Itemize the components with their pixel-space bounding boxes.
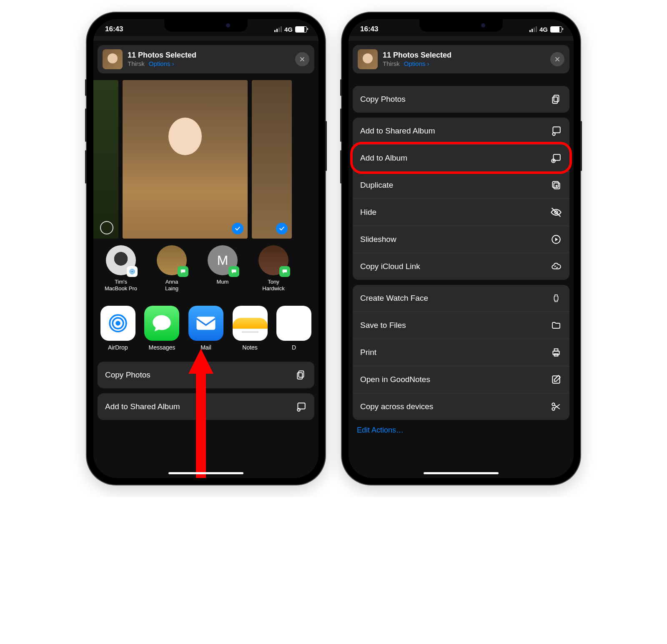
phone-left: 16:43 4G 11 Photos Selected Thirsk Optio…: [87, 13, 325, 485]
action-label: Add to Album: [360, 153, 407, 163]
messages-badge-icon: [279, 266, 290, 277]
svg-rect-17: [553, 127, 560, 133]
action-label: Open in GoodNotes: [360, 375, 430, 384]
action-label: Save to Files: [360, 321, 406, 330]
link-cloud-icon: [550, 261, 562, 272]
header-title: 11 Photos Selected: [383, 51, 545, 60]
contact-label: Tony Hardwick: [262, 279, 284, 292]
action-copy_photos[interactable]: Copy Photos: [353, 86, 569, 113]
contact-tims-mac[interactable]: Tim's MacBook Pro: [100, 245, 142, 292]
home-indicator[interactable]: [424, 472, 499, 474]
header-location: Thirsk: [128, 60, 145, 68]
action-icloud_link[interactable]: Copy iCloud Link: [353, 253, 569, 280]
scissors-icon: [550, 401, 562, 413]
messages-icon: [151, 312, 173, 334]
app-drive[interactable]: D: [276, 306, 312, 351]
app-airdrop[interactable]: AirDrop: [100, 306, 136, 351]
signal-icon: [529, 26, 537, 32]
network-label: 4G: [539, 26, 548, 33]
action-add_album[interactable]: Add to Album: [353, 144, 569, 171]
action-copy-photos[interactable]: Copy Photos: [98, 362, 314, 388]
action-slideshow[interactable]: Slideshow: [353, 226, 569, 253]
contact-label: Anna Laing: [165, 279, 178, 292]
app-mail[interactable]: Mail: [188, 306, 224, 351]
selection-circle-icon[interactable]: [100, 221, 113, 234]
app-messages[interactable]: Messages: [144, 306, 180, 351]
svg-rect-12: [298, 403, 305, 409]
action-duplicate[interactable]: Duplicate: [353, 171, 569, 199]
app-label: D: [292, 344, 296, 351]
action-watch_face[interactable]: Create Watch Face: [353, 285, 569, 312]
app-label: Messages: [148, 344, 175, 351]
action-goodnotes[interactable]: Open in GoodNotes: [353, 366, 569, 393]
app-label: Notes: [242, 344, 258, 351]
watch-icon: [550, 292, 562, 304]
folder-icon: [550, 319, 562, 331]
action-hide[interactable]: Hide: [353, 199, 569, 226]
action-label: Add to Shared Album: [360, 126, 435, 136]
photo-thumb-3[interactable]: [252, 80, 292, 239]
action-label: Copy iCloud Link: [360, 262, 420, 271]
contact-tony[interactable]: Tony Hardwick: [253, 245, 294, 292]
close-icon: [554, 56, 560, 62]
airdrop-badge-icon: [127, 266, 138, 277]
action-label: Duplicate: [360, 181, 393, 190]
edit-actions-link[interactable]: Edit Actions…: [349, 420, 574, 440]
notes-icon: [233, 318, 268, 329]
svg-rect-6: [196, 317, 215, 330]
action-label: Copy Photos: [105, 370, 150, 380]
contacts-row: Tim's MacBook Pro Anna Laing M Mum Tony …: [93, 245, 318, 296]
network-label: 4G: [284, 26, 293, 33]
action-add_shared[interactable]: Add to Shared Album: [353, 118, 569, 144]
svg-point-18: [552, 133, 555, 136]
actions-container: Copy PhotosAdd to Shared AlbumAdd to Alb…: [353, 86, 569, 420]
shared-album-icon: [295, 401, 307, 413]
action-label: Create Watch Face: [360, 294, 428, 303]
messages-badge-icon: [228, 266, 239, 277]
photo-thumb-1[interactable]: [93, 80, 118, 239]
airdrop-icon: [106, 312, 130, 335]
signal-icon: [274, 26, 282, 32]
battery-icon: [550, 26, 562, 33]
share-header: 11 Photos Selected Thirsk Options ›: [98, 45, 314, 73]
svg-point-3: [115, 321, 120, 326]
close-button[interactable]: [550, 52, 564, 66]
header-location: Thirsk: [383, 60, 400, 68]
action-across[interactable]: Copy across devices: [353, 393, 569, 420]
contact-label: Mum: [217, 279, 229, 285]
svg-point-13: [297, 408, 300, 411]
app-label: Mail: [201, 344, 211, 351]
action-label: Print: [360, 348, 376, 357]
apps-row: AirDrop Messages Mail Notes: [93, 296, 318, 354]
photo-thumb-2[interactable]: [123, 80, 248, 239]
svg-rect-16: [552, 97, 557, 103]
messages-badge-icon: [178, 266, 188, 277]
home-indicator[interactable]: [168, 472, 243, 474]
share-header: 11 Photos Selected Thirsk Options ›: [353, 45, 569, 73]
options-link[interactable]: Options ›: [404, 60, 429, 68]
action-add-shared-album[interactable]: Add to Shared Album: [98, 393, 314, 420]
svg-rect-30: [552, 376, 559, 383]
mail-icon: [195, 312, 217, 335]
printer-icon: [550, 347, 562, 358]
svg-rect-10: [299, 371, 304, 377]
contact-mum[interactable]: M Mum: [202, 245, 243, 292]
svg-rect-22: [552, 181, 558, 187]
status-time: 16:43: [105, 25, 123, 33]
phone-right: 16:43 4G 11 Photos Selected Thirsk Optio…: [342, 13, 580, 485]
duplicate-icon: [550, 179, 562, 191]
compose-icon: [550, 374, 562, 385]
action-label: Copy Photos: [360, 95, 406, 104]
action-label: Copy across devices: [360, 402, 433, 411]
header-thumb: [103, 49, 123, 69]
options-link[interactable]: Options ›: [149, 60, 174, 68]
app-notes[interactable]: Notes: [232, 306, 268, 351]
close-button[interactable]: [295, 52, 309, 66]
copy-icon: [295, 369, 307, 381]
action-print[interactable]: Print: [353, 339, 569, 366]
action-save_files[interactable]: Save to Files: [353, 312, 569, 339]
status-time: 16:43: [360, 25, 378, 33]
contact-anna[interactable]: Anna Laing: [151, 245, 193, 292]
photo-strip[interactable]: [93, 73, 318, 245]
svg-rect-11: [297, 372, 302, 379]
